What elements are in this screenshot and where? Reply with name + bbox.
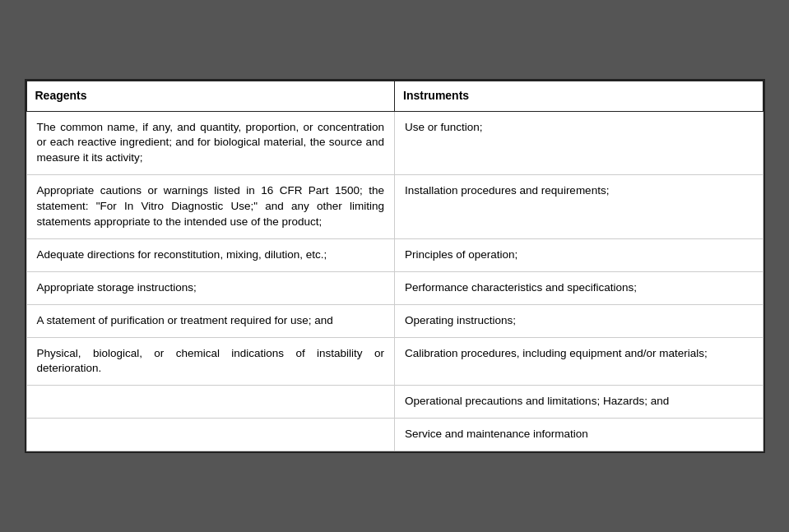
table-row: Service and maintenance information — [26, 419, 763, 451]
instrument-cell: Calibration procedures, including equipm… — [395, 337, 763, 386]
reagent-cell: The common name, if any, and quantity, p… — [26, 111, 395, 175]
table-wrapper: Reagents Instruments The common name, if… — [25, 79, 765, 453]
table-row: Appropriate storage instructions;Perform… — [26, 271, 763, 304]
reagent-cell — [26, 386, 395, 419]
table-row: A statement of purification or treatment… — [26, 304, 763, 337]
table-row: The common name, if any, and quantity, p… — [26, 111, 763, 175]
reagent-cell: Appropriate cautions or warnings listed … — [26, 175, 395, 239]
instrument-cell: Operational precautions and limitations;… — [395, 386, 763, 419]
instrument-cell: Principles of operation; — [395, 238, 763, 271]
table-row: Appropriate cautions or warnings listed … — [26, 175, 763, 239]
comparison-table: Reagents Instruments The common name, if… — [26, 81, 763, 451]
reagent-cell: Adequate directions for reconstitution, … — [26, 238, 395, 271]
instrument-cell: Operating instructions; — [395, 304, 763, 337]
reagent-cell: Appropriate storage instructions; — [26, 271, 395, 304]
reagent-cell — [26, 419, 395, 451]
instrument-cell: Installation procedures and requirements… — [395, 175, 763, 239]
table-row: Adequate directions for reconstitution, … — [26, 238, 763, 271]
instrument-cell: Service and maintenance information — [395, 419, 763, 451]
page-container: Reagents Instruments The common name, if… — [0, 0, 789, 532]
instrument-cell: Performance characteristics and specific… — [395, 271, 763, 304]
reagent-cell: A statement of purification or treatment… — [26, 304, 395, 337]
reagent-cell: Physical, biological, or chemical indica… — [26, 337, 395, 386]
instrument-cell: Use or function; — [395, 111, 763, 175]
header-reagents: Reagents — [26, 81, 395, 111]
table-row: Operational precautions and limitations;… — [26, 386, 763, 419]
table-row: Physical, biological, or chemical indica… — [26, 337, 763, 386]
header-instruments: Instruments — [395, 81, 763, 111]
